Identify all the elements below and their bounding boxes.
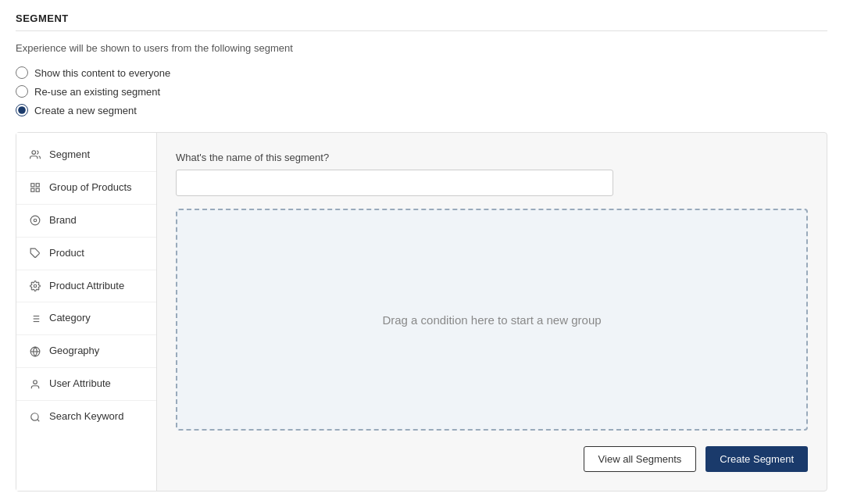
sidebar-label-geography: Geography bbox=[49, 345, 99, 358]
search-icon bbox=[29, 411, 41, 424]
sidebar-label-user-attribute: User Attribute bbox=[49, 377, 111, 391]
svg-point-5 bbox=[30, 216, 40, 225]
radio-new-label: Create a new segment bbox=[34, 105, 137, 116]
sidebar-item-product[interactable]: Product bbox=[16, 238, 156, 270]
button-row: View all Segments Create Segment bbox=[176, 446, 808, 472]
radio-new[interactable]: Create a new segment bbox=[16, 104, 827, 116]
subtitle: Experience will be shown to users from t… bbox=[16, 42, 827, 54]
view-all-segments-button[interactable]: View all Segments bbox=[584, 446, 697, 472]
svg-line-19 bbox=[38, 419, 40, 421]
create-segment-button[interactable]: Create Segment bbox=[705, 446, 808, 472]
main-panel: SegmentGroup of ProductsBrandProductProd… bbox=[16, 132, 827, 491]
page-title: SEGMENT bbox=[16, 13, 827, 24]
svg-rect-3 bbox=[31, 188, 34, 191]
radio-everyone-input[interactable] bbox=[16, 66, 28, 79]
segment-name-label: What's the name of this segment? bbox=[176, 152, 808, 163]
sidebar-label-segment: Segment bbox=[49, 148, 90, 162]
sidebar-label-group-of-products: Group of Products bbox=[49, 181, 132, 195]
svg-rect-2 bbox=[36, 184, 39, 187]
divider bbox=[16, 30, 827, 31]
drop-zone-text: Drag a condition here to start a new gro… bbox=[382, 313, 601, 327]
svg-point-8 bbox=[34, 284, 37, 288]
radio-existing[interactable]: Re-use an existing segment bbox=[16, 85, 827, 98]
radio-group: Show this content to everyone Re-use an … bbox=[16, 66, 827, 116]
svg-point-18 bbox=[31, 413, 38, 420]
radio-new-input[interactable] bbox=[16, 104, 28, 116]
sidebar-item-brand[interactable]: Brand bbox=[16, 205, 156, 238]
sidebar-item-geography[interactable]: Geography bbox=[16, 335, 156, 368]
segment-name-input[interactable] bbox=[176, 170, 613, 196]
radio-existing-label: Re-use an existing segment bbox=[34, 86, 160, 98]
svg-rect-1 bbox=[31, 184, 34, 187]
svg-point-0 bbox=[32, 151, 36, 155]
sidebar-label-category: Category bbox=[49, 312, 91, 325]
sidebar-label-brand: Brand bbox=[49, 214, 77, 227]
sidebar: SegmentGroup of ProductsBrandProductProd… bbox=[16, 133, 157, 491]
sidebar-item-search-keyword[interactable]: Search Keyword bbox=[16, 401, 156, 433]
globe-icon bbox=[29, 345, 41, 358]
svg-point-17 bbox=[34, 380, 38, 384]
circle-icon bbox=[29, 214, 41, 227]
list-icon bbox=[29, 313, 41, 325]
radio-everyone-label: Show this content to everyone bbox=[34, 67, 170, 79]
user-icon bbox=[29, 378, 41, 391]
svg-point-6 bbox=[34, 219, 37, 222]
sidebar-item-group-of-products[interactable]: Group of Products bbox=[16, 172, 156, 205]
radio-everyone[interactable]: Show this content to everyone bbox=[16, 66, 827, 79]
svg-rect-4 bbox=[36, 188, 39, 191]
sidebar-label-search-keyword: Search Keyword bbox=[49, 410, 123, 424]
gear-icon bbox=[29, 280, 41, 292]
sidebar-label-product: Product bbox=[49, 247, 84, 260]
sidebar-item-segment[interactable]: Segment bbox=[16, 139, 156, 172]
sidebar-label-product-attribute: Product Attribute bbox=[49, 280, 124, 293]
tag-icon bbox=[29, 247, 41, 259]
content-area: What's the name of this segment? Drag a … bbox=[157, 133, 827, 491]
drop-zone[interactable]: Drag a condition here to start a new gro… bbox=[176, 209, 808, 431]
group-icon bbox=[29, 181, 41, 194]
sidebar-item-user-attribute[interactable]: User Attribute bbox=[16, 368, 156, 401]
radio-existing-input[interactable] bbox=[16, 85, 28, 98]
sidebar-item-category[interactable]: Category bbox=[16, 302, 156, 335]
page-container: SEGMENT Experience will be shown to user… bbox=[0, 0, 843, 504]
sidebar-item-product-attribute[interactable]: Product Attribute bbox=[16, 270, 156, 303]
people-icon bbox=[29, 148, 41, 161]
